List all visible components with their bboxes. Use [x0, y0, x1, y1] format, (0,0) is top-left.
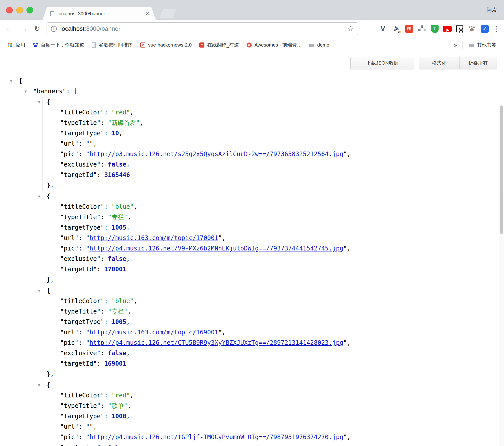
bookmark-items: 应用百度一下，你就知道谷歌按时间排序vue-hackernews-2.0在线翻译… [5, 40, 332, 50]
json-number-value: 1005 [111, 224, 126, 231]
qr-code-extension-icon[interactable] [456, 25, 463, 32]
collapse-triangle-icon[interactable]: ▼ [38, 97, 40, 107]
site-info-icon[interactable]: i [51, 26, 57, 32]
json-line: ▼{ [43, 380, 497, 390]
blue-shield-extension-icon[interactable] [481, 25, 489, 33]
json-link[interactable]: http://p4.music.126.net/V9-MXz6b2MNhEKju… [90, 245, 343, 252]
bookmark-label: 谷歌按时间排序 [99, 42, 133, 48]
json-pn: , [134, 203, 137, 210]
bookmarks-divider [462, 41, 463, 49]
json-line: "targetType": 10, [43, 128, 497, 139]
bookmark-item[interactable]: vue-hackernews-2.0 [137, 40, 195, 50]
json-line: ▼"banners": [ [0, 86, 504, 97]
bookmarks-bar: 应用百度一下，你就知道谷歌按时间排序vue-hackernews-2.0在线翻译… [0, 38, 504, 52]
bookmark-label: 应用 [16, 42, 25, 48]
json-number-value: 170001 [104, 266, 126, 273]
page-icon [92, 42, 96, 48]
green-shield-extension-icon[interactable]: T [431, 25, 439, 33]
json-object: ▼{"titleColor": "red","typeTitle": "歌单",… [43, 380, 497, 446]
json-line: "targetType": 1000, [43, 411, 497, 422]
json-key: "targetType" [60, 318, 104, 325]
bookmark-item[interactable]: 百度一下，你就知道 [30, 40, 87, 50]
tab-close-icon[interactable]: × [146, 11, 149, 17]
json-link[interactable]: http://music.163.com/m/topic/170001 [90, 234, 218, 242]
reload-button[interactable]: ↻ [34, 20, 40, 38]
bookmark-item[interactable]: 谷歌按时间排序 [89, 40, 136, 50]
paw-extension-icon[interactable] [467, 24, 477, 33]
page-content: 下载JSON数据 格式化 折叠所有 ▼{▼"banners": [▼{"titl… [0, 52, 504, 446]
json-pn: }, [47, 276, 54, 283]
bookmark-item[interactable]: demo [306, 40, 332, 50]
json-key: "typeTitle" [60, 214, 101, 221]
json-pn: , [119, 130, 122, 137]
json-link[interactable]: http://p3.music.126.net/s25q2x5QyqsAzilC… [90, 151, 343, 158]
json-pn: { [47, 193, 50, 200]
json-key: "targetType" [60, 413, 104, 420]
json-pn: " [86, 234, 89, 242]
json-key: "typeTitle" [60, 119, 101, 126]
collapse-triangle-icon[interactable]: ▼ [38, 191, 40, 202]
json-string-value: "新碟首发" [108, 119, 140, 126]
address-bar[interactable]: i localhost:3000/banner ☆ [47, 22, 358, 35]
download-json-button[interactable]: 下载JSON数据 [351, 57, 414, 69]
collapse-triangle-icon[interactable]: ▼ [10, 76, 12, 86]
zoom-window-button[interactable] [26, 7, 33, 13]
bookmark-item[interactable]: 应用 [5, 40, 28, 50]
collapse-all-button[interactable]: 折叠所有 [459, 57, 497, 69]
json-line: "titleColor": "red", [43, 107, 497, 118]
translate-extension-icon[interactable]: 英en [392, 24, 401, 33]
back-button[interactable]: ← [6, 20, 13, 38]
collapse-triangle-icon[interactable]: ▼ [24, 86, 27, 97]
json-link[interactable]: http://music.163.com/m/topic/169001 [90, 329, 218, 336]
json-pn: , [347, 151, 351, 158]
tab-title: localhost:3000/banner [58, 11, 142, 17]
other-bookmarks-folder[interactable]: 其他书签 [466, 40, 499, 50]
collapse-triangle-icon[interactable]: ▼ [38, 286, 40, 296]
bookmarks-overflow-icon[interactable]: » [452, 41, 459, 49]
json-line: "pic": "http://p4.music.126.net/tGPljf-I… [43, 432, 497, 442]
bookmark-item[interactable]: Awesomes - 前端资… [244, 40, 305, 50]
json-key: "titleColor" [60, 109, 104, 116]
json-key: "titleColor" [60, 392, 104, 399]
folder-icon [469, 44, 474, 47]
json-line: "pic": "http://p4.music.126.net/CTU5B9R9… [43, 338, 497, 348]
collapse-triangle-icon[interactable]: ▼ [38, 380, 40, 390]
json-number-value: 1005 [111, 318, 126, 325]
json-pn: , [126, 255, 130, 262]
org-chart-extension-icon[interactable] [417, 24, 427, 33]
apps-grid-icon [8, 42, 13, 48]
json-line: "targetId": 169001 [43, 359, 497, 369]
json-line: ▼{ [43, 191, 497, 202]
json-key: "typeTitle" [60, 402, 101, 409]
youtube-extension-icon[interactable] [443, 26, 452, 32]
json-pn: { [19, 77, 22, 84]
extension-sub-label: en [397, 30, 401, 33]
json-pn: , [347, 245, 351, 252]
browser-tab[interactable]: localhost:3000/banner × [43, 7, 156, 20]
bookmark-item[interactable]: 在线翻译_有道 [196, 40, 242, 50]
json-pn: , [93, 140, 97, 147]
json-pn: : [78, 234, 86, 242]
folder-icon [309, 44, 314, 47]
close-window-button[interactable] [6, 7, 13, 13]
json-key: "titleColor" [60, 298, 104, 305]
json-pn: , [128, 402, 131, 409]
json-line: "targetId": 170001 [43, 264, 497, 275]
json-link[interactable]: http://p4.music.126.net/tGPljf-IMOCyPvum… [90, 434, 343, 441]
json-link[interactable]: http://p4.music.126.net/CTU5B9R9y3XyYBZX… [90, 339, 343, 346]
vimium-v-extension-icon[interactable]: V [378, 24, 387, 33]
minimize-window-button[interactable] [16, 7, 23, 13]
json-object: ▼{"titleColor": "red","typeTitle": "新碟首发… [43, 97, 497, 191]
json-pn: " [86, 339, 89, 346]
fe-extension-icon[interactable]: FE [405, 25, 413, 33]
json-pn: " [86, 245, 89, 252]
json-string-value: "专栏" [108, 308, 128, 315]
new-tab-button[interactable] [159, 9, 176, 18]
json-line: "typeTitle": "专栏", [43, 212, 497, 222]
profile-name[interactable]: 阿发 [487, 0, 497, 20]
format-button[interactable]: 格式化 [419, 57, 459, 69]
browser-menu-icon[interactable]: ⋮ [493, 20, 500, 38]
scrollbar-thumb[interactable] [500, 106, 503, 234]
bookmark-label: 在线翻译_有道 [207, 42, 239, 48]
bookmark-star-icon[interactable]: ☆ [347, 24, 354, 33]
